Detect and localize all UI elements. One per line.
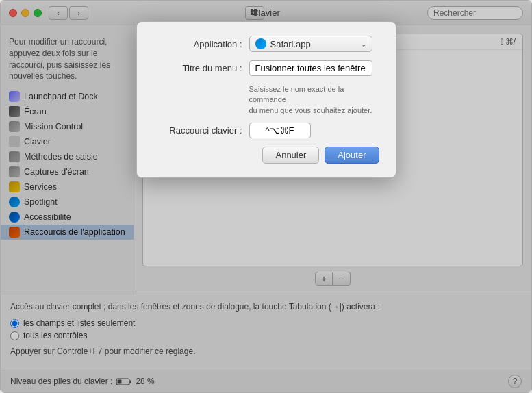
modal-hint: Saisissez le nom exact de la commandedu … [249,84,379,116]
app-selector[interactable]: Safari.app ⌄ [249,36,372,52]
menu-title-label: Titre du menu : [153,63,242,73]
modal-menu-title-row: Titre du menu : [153,60,379,76]
safari-icon [255,38,266,49]
cancel-button[interactable]: Annuler [262,147,319,164]
app-selector-text: Safari.app [270,39,357,49]
menu-title-input[interactable] [249,60,372,76]
shortcut-label: Raccourci clavier : [153,125,242,136]
main-window: ‹ › Clavier Pour modifier un raccourci, … [0,0,532,393]
application-label: Application : [153,39,242,49]
shortcut-input[interactable] [249,123,311,138]
add-shortcut-modal: Application : Safari.app ⌄ Titre du menu… [136,21,396,178]
add-button[interactable]: Ajouter [325,147,379,164]
modal-overlay: Application : Safari.app ⌄ Titre du menu… [1,1,531,392]
chevron-down-icon: ⌄ [361,40,366,48]
modal-shortcut-row: Raccourci clavier : [153,123,379,138]
modal-application-row: Application : Safari.app ⌄ [153,36,379,52]
modal-buttons: Annuler Ajouter [153,147,379,164]
